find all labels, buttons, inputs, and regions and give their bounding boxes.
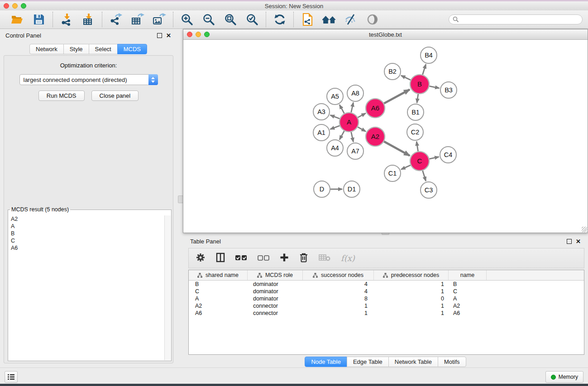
close-panel-icon[interactable]: ✕ [166,33,171,38]
close-window-button[interactable] [4,3,9,9]
minimize-window-button[interactable] [12,3,18,9]
graph-edge-C-C1[interactable] [401,165,411,169]
graph-node-C3[interactable]: C3 [421,182,437,198]
close-table-panel-icon[interactable]: ✕ [576,238,581,244]
export-table-icon[interactable] [130,12,145,27]
graph-node-A4[interactable]: A4 [327,140,343,156]
memory-button[interactable]: Memory [545,371,583,383]
graph-node-A3[interactable]: A3 [313,104,330,120]
table-row[interactable]: A6connector11A6 [189,310,584,317]
mcds-result-item[interactable]: C [9,237,165,244]
table-columns-icon[interactable] [216,253,225,264]
network-minimize-button[interactable] [196,32,201,37]
graph-node-B4[interactable]: B4 [421,47,437,63]
graph-node-A[interactable]: A [339,113,359,132]
graph-node-B1[interactable]: B1 [407,104,424,120]
graph-node-C1[interactable]: C1 [384,165,401,181]
float-table-panel-icon[interactable] [567,239,572,244]
graph-node-B[interactable]: B [410,75,429,94]
show-all-columns-icon[interactable] [235,254,247,262]
open-folder-icon[interactable] [10,12,25,27]
graph-edge-A-A5[interactable] [339,105,344,113]
graph-node-C[interactable]: C [410,152,429,171]
graph-node-B2[interactable]: B2 [384,63,401,80]
graph-node-D1[interactable]: D1 [344,181,360,197]
hide-panel-icon[interactable] [343,12,359,27]
mcds-result-item[interactable]: A6 [9,244,165,252]
delete-column-trash-icon[interactable] [299,253,308,264]
graph-edge-A6-B[interactable] [384,90,410,104]
table-row[interactable]: Bdominator41B [189,281,584,288]
graph-node-A2[interactable]: A2 [366,127,385,146]
birdseye-icon[interactable] [365,12,380,27]
graph-edge-A-A3[interactable] [330,115,340,119]
column-header-name[interactable]: name [449,270,487,280]
graph-edge-A-A6[interactable] [358,113,365,117]
graph-node-A8[interactable]: A8 [347,85,363,101]
graph-edge-A2-C[interactable] [384,142,410,156]
mcds-result-item[interactable]: A [9,223,165,230]
table-row[interactable]: Cdominator41C [189,288,584,295]
window-resize-grip[interactable] [582,227,587,232]
graph-edge-A-A2[interactable] [358,127,366,132]
graph-edge-B-B4[interactable] [423,64,426,75]
column-header-shared-name[interactable]: shared name [189,270,248,280]
column-header-predecessor-nodes[interactable]: predecessor nodes [374,270,449,280]
close-panel-button[interactable]: Close panel [91,91,139,101]
graph-edge-A-A8[interactable] [351,103,354,113]
home-icon[interactable] [321,12,337,27]
zoom-window-button[interactable] [21,3,26,9]
graph-edge-C-C4[interactable] [429,157,439,159]
hide-all-columns-icon[interactable] [258,254,269,262]
graph-edge-B-B2[interactable] [401,76,411,80]
session-document-icon[interactable] [300,12,315,27]
network-window-titlebar[interactable]: testGlobe.txt [183,29,588,40]
tab-motifs[interactable]: Motifs [438,357,466,367]
delete-table-icon[interactable] [319,254,330,263]
graph-edge-A-A7[interactable] [351,132,354,142]
network-close-button[interactable] [187,32,192,37]
graph-node-A6[interactable]: A6 [366,99,385,118]
network-zoom-button[interactable] [204,32,210,37]
mcds-result-item[interactable]: A2 [9,215,165,223]
float-panel-icon[interactable] [157,33,162,38]
tab-select[interactable]: Select [89,44,118,54]
tab-mcds[interactable]: MCDS [117,44,147,54]
graph-node-A5[interactable]: A5 [327,88,343,105]
function-builder-icon[interactable]: f(x) [341,253,355,263]
zoom-selected-icon[interactable] [244,12,260,27]
save-session-icon[interactable] [31,12,47,27]
graph-edge-A-A4[interactable] [339,131,344,139]
tab-edge-table[interactable]: Edge Table [347,357,389,367]
table-row[interactable]: A2connector11A2 [189,302,584,310]
run-mcds-button[interactable]: Run MCDS [38,91,85,101]
graph-node-C4[interactable]: C4 [440,147,456,163]
export-image-icon[interactable] [152,12,167,27]
tab-style[interactable]: Style [63,44,89,54]
task-history-button[interactable] [5,371,18,383]
zoom-fit-icon[interactable] [223,12,238,27]
column-header-mcds-role[interactable]: MCDS role [248,270,303,280]
column-header-successor-nodes[interactable]: successor nodes [303,270,374,280]
import-table-icon[interactable] [81,12,96,27]
refresh-icon[interactable] [272,12,287,27]
zoom-in-icon[interactable] [179,12,195,27]
mcds-result-item[interactable]: B [9,230,165,237]
graph-node-D[interactable]: D [314,181,330,197]
graph-edge-B-B1[interactable] [417,94,418,103]
graph-edge-C-C2[interactable] [416,142,418,152]
zoom-out-icon[interactable] [201,12,216,27]
search-input[interactable] [459,16,578,23]
graph-node-A7[interactable]: A7 [347,143,363,159]
tab-network-table[interactable]: Network Table [388,357,438,367]
graph-edge-B-B3[interactable] [430,86,440,88]
table-settings-gear-icon[interactable] [196,253,206,264]
criterion-dropdown[interactable]: largest connected component (directed) [19,74,158,85]
add-column-icon[interactable] [280,253,289,264]
graph-node-A1[interactable]: A1 [313,124,330,141]
graph-node-C2[interactable]: C2 [407,124,423,140]
graph-edge-A-A1[interactable] [330,126,340,129]
graph-edge-C-C3[interactable] [423,171,426,181]
tab-node-table[interactable]: Node Table [305,357,347,367]
import-network-icon[interactable] [59,12,74,27]
